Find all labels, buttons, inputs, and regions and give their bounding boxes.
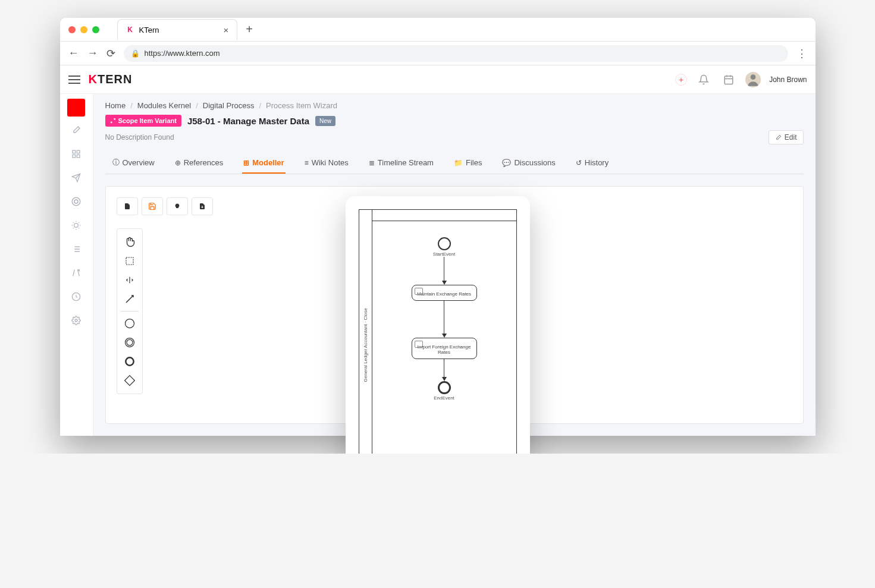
- menu-toggle-button[interactable]: [68, 76, 80, 84]
- tab-favicon-icon: K: [126, 26, 134, 34]
- palette-gateway[interactable]: [119, 371, 140, 390]
- tab-modeller[interactable]: ⊞Modeller: [242, 153, 285, 174]
- nav-back-button[interactable]: ←: [68, 47, 79, 59]
- tool-new-button[interactable]: [117, 197, 138, 215]
- sidebar-item-1[interactable]: [66, 120, 86, 140]
- page-title: J58-01 - Manage Master Data: [187, 116, 309, 126]
- palette-space-tool[interactable]: [119, 271, 140, 290]
- sidebar-item-7[interactable]: [66, 263, 86, 283]
- svg-point-13: [127, 339, 133, 345]
- bpmn-lane-header: General Ledger Accountant · Close: [359, 210, 372, 454]
- bpmn-end-event: [438, 381, 451, 394]
- content-tabs: ⓘOverview ⊕References ⊞Modeller ≡Wiki No…: [105, 153, 804, 174]
- tab-files[interactable]: 📁Files: [453, 153, 483, 174]
- modeller-icon: ⊞: [243, 159, 249, 167]
- info-icon: ⓘ: [112, 158, 120, 168]
- sidebar-item-9[interactable]: [66, 310, 86, 331]
- svg-rect-2: [77, 150, 80, 153]
- svg-point-6: [74, 200, 78, 203]
- tab-title: KTern: [139, 26, 159, 34]
- app-logo[interactable]: KTERN: [89, 73, 133, 86]
- palette-intermediate-event[interactable]: [119, 333, 140, 352]
- user-name: John Brown: [769, 76, 807, 84]
- palette-end-event[interactable]: [119, 352, 140, 371]
- svg-rect-0: [725, 76, 733, 84]
- user-avatar[interactable]: [745, 72, 761, 87]
- window-controls: [68, 26, 99, 33]
- timeline-icon: ≣: [369, 159, 375, 167]
- left-sidebar: [60, 94, 93, 436]
- scope-variant-badge: Scope Item Variant: [105, 115, 181, 127]
- svg-point-14: [126, 357, 133, 365]
- bpmn-preview-card: General Ledger Accountant · Close StartE…: [346, 196, 530, 454]
- svg-point-5: [72, 197, 80, 206]
- breadcrumb-home[interactable]: Home: [105, 101, 126, 110]
- svg-point-9: [75, 319, 77, 322]
- title-row: Scope Item Variant J58-01 - Manage Maste…: [105, 115, 804, 127]
- sidebar-item-4[interactable]: [66, 191, 86, 212]
- window-titlebar: K KTern × +: [60, 18, 816, 42]
- tab-wiki-notes[interactable]: ≡Wiki Notes: [303, 153, 350, 174]
- browser-tab[interactable]: K KTern ×: [117, 19, 238, 40]
- sidebar-app-tile[interactable]: [67, 99, 85, 117]
- svg-rect-10: [126, 257, 133, 265]
- sidebar-item-8[interactable]: [66, 287, 86, 307]
- close-window-button[interactable]: [68, 26, 76, 33]
- sidebar-item-5[interactable]: [66, 215, 86, 235]
- address-bar: ← → ⟳ 🔒 https://www.ktern.com ⋮: [60, 42, 816, 65]
- url-input[interactable]: 🔒 https://www.ktern.com: [124, 45, 788, 62]
- palette-lasso-tool[interactable]: [119, 251, 140, 271]
- browser-window: K KTern × + ← → ⟳ 🔒 https://www.ktern.co…: [60, 18, 816, 436]
- bpmn-lane-body: StartEvent Maintain Exchange Rates Impor…: [372, 210, 516, 454]
- tool-export-button[interactable]: [192, 197, 213, 215]
- svg-rect-3: [73, 155, 76, 158]
- sidebar-item-3[interactable]: [66, 168, 86, 188]
- bpmn-end-label: EndEvent: [434, 395, 454, 401]
- add-button[interactable]: +: [675, 74, 687, 86]
- breadcrumb-modules[interactable]: Modules Kernel: [137, 101, 191, 110]
- palette-start-event[interactable]: [119, 314, 140, 333]
- breadcrumb-digital-process[interactable]: Digital Process: [203, 101, 255, 110]
- description-row: No Description Found Edit: [105, 130, 804, 144]
- bpmn-start-label: StartEvent: [433, 251, 455, 257]
- sidebar-item-6[interactable]: [66, 239, 86, 259]
- palette-connect-tool[interactable]: [119, 290, 140, 309]
- new-badge: New: [315, 116, 335, 126]
- calendar-icon[interactable]: [720, 71, 737, 88]
- notifications-icon[interactable]: [695, 71, 712, 88]
- svg-rect-1: [73, 150, 76, 153]
- references-icon: ⊕: [175, 159, 181, 167]
- nav-forward-button[interactable]: →: [87, 47, 98, 59]
- palette-hand-tool[interactable]: [119, 232, 140, 251]
- logo-rest: TERN: [98, 73, 132, 86]
- bpmn-task-1: Maintain Exchange Rates: [412, 285, 477, 301]
- chat-icon: 💬: [502, 159, 511, 167]
- wiki-icon: ≡: [305, 159, 309, 167]
- bpmn-diagram: General Ledger Accountant · Close StartE…: [359, 209, 517, 454]
- tab-references[interactable]: ⊕References: [174, 153, 224, 174]
- minimize-window-button[interactable]: [80, 26, 87, 33]
- maximize-window-button[interactable]: [92, 26, 99, 33]
- tool-lightbulb-button[interactable]: [167, 197, 188, 215]
- logo-prefix: K: [89, 73, 98, 86]
- svg-point-7: [74, 224, 79, 228]
- tool-save-button[interactable]: [142, 197, 163, 215]
- tab-timeline-stream[interactable]: ≣Timeline Stream: [368, 153, 435, 174]
- shape-palette: [117, 228, 143, 394]
- svg-rect-4: [77, 155, 80, 158]
- sidebar-item-2[interactable]: [66, 144, 86, 164]
- tab-close-icon[interactable]: ×: [223, 25, 228, 35]
- tab-history[interactable]: ↺History: [575, 153, 610, 174]
- edit-button[interactable]: Edit: [769, 130, 804, 144]
- bpmn-start-event: [438, 237, 451, 250]
- browser-menu-button[interactable]: ⋮: [796, 47, 807, 60]
- history-icon: ↺: [576, 159, 582, 167]
- breadcrumb-current: Process Item Wizard: [266, 101, 337, 110]
- app-topbar: KTERN + John Brown: [60, 65, 816, 94]
- topbar-right: + John Brown: [675, 71, 807, 88]
- new-tab-button[interactable]: +: [246, 23, 253, 36]
- nav-reload-button[interactable]: ⟳: [106, 47, 115, 60]
- tab-overview[interactable]: ⓘOverview: [111, 153, 156, 174]
- lane-title: General Ledger Accountant · Close: [363, 308, 368, 382]
- tab-discussions[interactable]: 💬Discussions: [501, 153, 556, 174]
